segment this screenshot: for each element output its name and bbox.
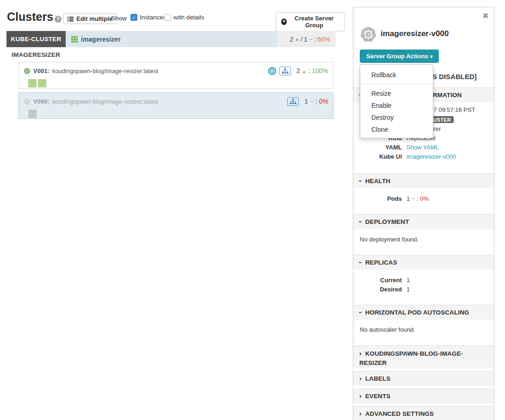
create-server-group-button[interactable]: + Create Server Group	[276, 12, 345, 31]
pods-count: 1	[406, 195, 410, 202]
chevron-down-icon: ›	[353, 221, 368, 223]
list-icon	[68, 16, 74, 22]
cluster-section-heading: IMAGERESIZER	[12, 51, 60, 58]
section-heading: EVENTS	[365, 393, 391, 400]
section-deployment[interactable]: ›DEPLOYMENT	[353, 214, 494, 229]
pods-pct: 0%	[420, 195, 429, 202]
with-details-label: with details	[173, 14, 204, 21]
instance-down[interactable]	[28, 110, 37, 118]
caret-down-icon: ▾	[430, 54, 433, 59]
cluster-title[interactable]: imageresizer	[66, 31, 277, 47]
replicaset-badge[interactable]	[287, 97, 299, 106]
clusters-view: Clusters ? Edit multiple Show ✓ Instance…	[0, 0, 345, 420]
section-hpa[interactable]: ›HORIZONTAL POD AUTOSCALING	[353, 305, 494, 320]
server-group-row-v001[interactable]: V001: koudingspawn-blog/image-resizer:la…	[18, 62, 333, 89]
dash-icon: −	[412, 195, 415, 202]
row-label: Pods	[353, 194, 402, 204]
chevron-down-icon: ›	[353, 261, 368, 264]
health-row-pods: Pods 1 − : 0%	[353, 194, 494, 204]
show-label: Show	[111, 15, 127, 22]
stats-colon: :	[314, 36, 316, 43]
menu-item-rollback[interactable]: Rollback	[360, 68, 433, 81]
row-label: Current	[353, 276, 402, 285]
server-group-name: V001:	[33, 68, 49, 74]
server-group-image: koudingspawn-blog/image-resizer:latest	[52, 98, 158, 105]
sg-health-pct: 0%	[319, 98, 328, 105]
replica-rows: Current 1 Desired 1	[353, 276, 494, 294]
chevron-down-icon: ›	[353, 311, 368, 314]
instances-checkbox-group[interactable]: ✓ Instances	[130, 14, 166, 21]
show-yaml-link[interactable]: Show YAML	[406, 143, 439, 152]
section-heading: ADVANCED SETTINGS	[365, 410, 434, 417]
cluster-grid-icon	[71, 36, 78, 43]
page-title: Clusters	[7, 10, 53, 24]
replicaset-badge[interactable]	[279, 67, 291, 75]
close-icon[interactable]: ✖	[482, 11, 489, 21]
cluster-health-pct: 66%	[317, 36, 330, 43]
with-details-checkbox-group[interactable]: with details	[164, 14, 204, 21]
help-icon[interactable]: ?	[55, 16, 62, 23]
sg-disabled-count: 1	[304, 98, 308, 105]
section-labels[interactable]: ›LABELS	[353, 371, 494, 386]
sg-health-pct: 100%	[312, 67, 328, 74]
server-group-image: koudingspawn-blog/image-resizer:latest	[52, 68, 158, 74]
section-events[interactable]: ›EVENTS	[353, 389, 494, 403]
menu-item-clone[interactable]: Clone	[360, 124, 433, 136]
instance-up[interactable]	[28, 79, 37, 87]
server-group-stats: 1 − : 0%	[304, 98, 328, 105]
dash-icon: −	[310, 98, 314, 105]
sg-colon: :	[315, 98, 317, 105]
edit-multiple-label: Edit multiple	[76, 15, 112, 22]
section-health[interactable]: ›HEALTH	[353, 173, 494, 188]
instances-checkbox[interactable]: ✓	[130, 14, 137, 21]
section-replicas[interactable]: ›REPLICAS	[353, 255, 494, 270]
row-label: Desired	[353, 285, 402, 294]
server-group-row-v000[interactable]: V000: koudingspawn-blog/image-resizer:la…	[18, 93, 333, 119]
server-group-details-panel: ✖ imageresizer-v000 Server Group Actions…	[353, 7, 494, 420]
hpa-empty-text: No autoscaler found.	[360, 326, 415, 334]
kubernetes-icon	[24, 68, 31, 74]
create-server-group-label: Create Server Group	[289, 15, 339, 29]
section-heading: HEALTH	[365, 178, 390, 185]
row-label: YAML	[353, 143, 402, 152]
sitemap-icon	[289, 99, 296, 105]
health-rows: Pods 1 − : 0%	[353, 194, 494, 204]
service-icon[interactable]	[268, 67, 277, 75]
chevron-down-icon: ›	[353, 180, 368, 182]
row-value: 1	[406, 285, 410, 294]
instance-up[interactable]	[38, 79, 46, 87]
chevron-right-icon: ›	[359, 389, 362, 403]
server-group-name: V000:	[33, 98, 49, 105]
chevron-right-icon: ›	[359, 407, 362, 420]
deployment-empty-text: No deployment found.	[360, 235, 419, 244]
chevron-right-icon: ›	[359, 349, 362, 358]
menu-item-destroy[interactable]: Destroy	[360, 111, 433, 124]
cluster-up-count: 2	[290, 36, 294, 43]
plus-circle-icon: +	[281, 19, 287, 25]
cluster-disabled-count: 1	[304, 36, 308, 43]
up-triangle-icon: ▲	[302, 69, 307, 74]
server-group-actions-label: Server Group Actions	[366, 53, 428, 60]
section-koudingspawn-blog-image-resizer[interactable]: ›KOUDINGSPAWN-BLOG-IMAGE-RESIZER	[353, 346, 494, 368]
section-heading: KOUDINGSPAWN-BLOG-IMAGE-RESIZER	[359, 350, 463, 366]
cluster-header: KUBE-CLUSTER imageresizer 2 ▲ / 1 − : 66…	[6, 31, 336, 47]
instances-label: Instances	[140, 14, 166, 21]
account-tab: KUBE-CLUSTER	[6, 31, 66, 47]
kube-ui-link[interactable]: imageresizer-v000	[406, 152, 456, 161]
cluster-name: imageresizer	[81, 36, 121, 43]
kubernetes-icon	[24, 98, 31, 105]
section-heading: HORIZONTAL POD AUTOSCALING	[365, 309, 469, 316]
with-details-checkbox[interactable]	[164, 14, 171, 21]
chevron-right-icon: ›	[359, 371, 362, 386]
edit-multiple-button[interactable]: Edit multiple	[63, 13, 117, 24]
info-row-kube-ui: Kube UI imageresizer-v000	[353, 152, 494, 161]
info-row-yaml: YAML Show YAML	[353, 143, 494, 152]
menu-item-enable[interactable]: Enable	[360, 99, 433, 111]
section-advanced-settings[interactable]: ›ADVANCED SETTINGS	[353, 406, 494, 420]
row-label: Kube UI	[353, 152, 402, 161]
server-group-actions-button[interactable]: Server Group Actions▾	[360, 49, 439, 63]
menu-item-resize[interactable]: Resize	[360, 87, 433, 99]
instance-list	[28, 79, 328, 87]
section-heading: LABELS	[365, 375, 391, 382]
sg-up-count: 2	[296, 67, 300, 74]
